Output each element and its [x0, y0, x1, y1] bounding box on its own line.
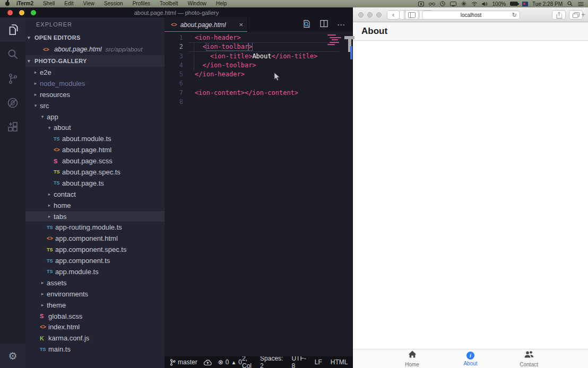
notification-center-icon[interactable]	[577, 1, 584, 7]
split-editor-icon[interactable]	[320, 20, 328, 30]
tree-item-main-ts[interactable]: TSmain.ts	[25, 344, 165, 355]
tree-item-about-page-scss[interactable]: Sabout.page.scss	[25, 155, 165, 167]
open-editor-item[interactable]: <> about.page.html src/app/about	[25, 43, 165, 55]
git-branch-indicator[interactable]: master	[170, 358, 197, 366]
tree-item-about-page-spec-ts[interactable]: TSabout.page.spec.ts	[25, 167, 165, 178]
menu-help[interactable]: Help	[211, 0, 232, 7]
close-icon[interactable]: ×	[239, 21, 243, 29]
open-preview-icon[interactable]	[302, 20, 311, 30]
tree-item-home[interactable]: ▸home	[25, 200, 165, 211]
tree-item-about-page-ts[interactable]: TSabout.page.ts	[25, 178, 165, 189]
project-section-header[interactable]: ▾ PHOTO-GALLERY	[25, 55, 165, 67]
share-icon[interactable]	[552, 10, 566, 20]
new-tab-button[interactable]: +	[580, 11, 587, 19]
tree-item-karma-conf-js[interactable]: Kkarma.conf.js	[25, 332, 165, 344]
settings-gear-icon[interactable]: ⚙	[0, 344, 25, 368]
spotlight-icon[interactable]	[567, 1, 573, 7]
extensions-icon[interactable]	[0, 115, 25, 139]
code-line-4[interactable]: 4 </ion-toolbar>	[165, 61, 353, 70]
source-control-icon[interactable]	[0, 66, 25, 91]
glasses-icon[interactable]	[429, 1, 435, 7]
tree-item-app-component-spec-ts[interactable]: TSapp.component.spec.ts	[25, 244, 165, 255]
tree-item-app-component-html[interactable]: <>app.component.html	[25, 233, 165, 244]
tab-home[interactable]: Home	[383, 349, 442, 368]
minimize-window-button[interactable]	[367, 12, 373, 17]
publish-cloud-icon[interactable]	[204, 359, 212, 366]
tree-item-about[interactable]: ▾about	[25, 122, 165, 133]
zoom-window-button[interactable]	[376, 12, 382, 17]
tree-item-theme[interactable]: ▸theme	[25, 300, 165, 311]
volume-icon[interactable]	[482, 1, 488, 7]
code-editor[interactable]: 1<ion-header>2 <ion-toolbar>3 <ion-title…	[165, 32, 353, 356]
tree-item-assets[interactable]: ▸assets	[25, 277, 165, 288]
open-editors-section[interactable]: ▾ OPEN EDITORS	[25, 32, 165, 43]
tree-item-src[interactable]: ▾src	[25, 100, 165, 111]
search-icon[interactable]	[0, 42, 25, 66]
screen-record-icon[interactable]	[418, 1, 425, 7]
chevron-right-icon: ▸	[33, 69, 38, 75]
menu-app-name[interactable]: iTerm2	[12, 0, 38, 7]
code-line-7[interactable]: 7<ion-content></ion-content>	[165, 89, 353, 98]
menu-view[interactable]: View	[79, 0, 100, 7]
tab-about-page-html[interactable]: <> about.page.html ×	[165, 17, 248, 32]
reload-icon[interactable]: ↻	[512, 12, 517, 19]
tree-item-app[interactable]: ▾app	[25, 111, 165, 122]
tree-item-about-module-ts[interactable]: TSabout.module.ts	[25, 133, 165, 144]
tree-item-global-scss[interactable]: Sglobal.scss	[25, 311, 165, 322]
language-mode[interactable]: HTML	[331, 358, 348, 366]
fan-icon[interactable]	[461, 1, 467, 7]
eol-setting[interactable]: LF	[315, 358, 322, 366]
wifi-icon[interactable]	[471, 1, 478, 7]
tree-item-e2e[interactable]: ▸e2e	[25, 67, 165, 78]
warning-icon: ▲	[231, 360, 236, 365]
vscode-titlebar[interactable]: about.page.html — photo-gallery	[0, 7, 353, 17]
sidebar-pane-icon[interactable]	[405, 10, 419, 20]
menubar-status-area: 100% Tue 2:28 PM	[418, 1, 588, 7]
display-icon[interactable]	[450, 1, 456, 7]
clock-status-icon[interactable]	[439, 1, 446, 7]
tree-item-app-component-ts[interactable]: TSapp.component.ts	[25, 255, 165, 266]
tree-item-app-module-ts[interactable]: TSapp.module.ts	[25, 266, 165, 277]
menu-session[interactable]: Session	[99, 0, 128, 7]
menu-window[interactable]: Window	[183, 0, 211, 7]
chevron-right-icon: ▸	[47, 191, 52, 197]
code-line-3[interactable]: 3 <ion-title>About</ion-title>	[165, 52, 353, 61]
battery-icon[interactable]	[510, 2, 518, 6]
encoding-setting[interactable]: UTF-8	[291, 355, 306, 368]
tree-item-tabs[interactable]: ▸tabs	[25, 211, 165, 222]
chevron-right-icon: ▸	[40, 302, 45, 308]
explorer-icon[interactable]	[0, 17, 25, 42]
tab-contact[interactable]: Contact	[500, 349, 558, 368]
tree-item-app-routing-module-ts[interactable]: TSapp-routing.module.ts	[25, 222, 165, 233]
tree-item-node-modules[interactable]: ▸node_modules	[25, 78, 165, 89]
code-line-5[interactable]: 5</ion-header>	[165, 70, 353, 79]
more-actions-icon[interactable]: ⋯	[337, 20, 345, 30]
tree-item-resources[interactable]: ▸resources	[25, 89, 165, 100]
code-line-8[interactable]: 8	[165, 98, 353, 107]
close-window-button[interactable]	[358, 12, 364, 17]
tree-item-about-page-html[interactable]: <>about.page.html	[25, 144, 165, 155]
menu-shell[interactable]: Shell	[38, 0, 59, 7]
menu-toolbelt[interactable]: Toolbelt	[155, 0, 183, 7]
problems-indicator[interactable]: ⊗ 0 ▲ 0	[218, 358, 242, 366]
address-bar[interactable]: localhost ↻	[422, 11, 520, 20]
code-line-1[interactable]: 1<ion-header>	[165, 33, 353, 42]
menubar-clock[interactable]: Tue 2:28 PM	[532, 1, 563, 7]
code-line-6[interactable]: 6	[165, 79, 353, 88]
input-source-flag-icon[interactable]	[522, 2, 528, 6]
menu-edit[interactable]: Edit	[59, 0, 78, 7]
indentation-setting[interactable]: Spaces: 2	[260, 355, 283, 368]
ts-file-icon: TS	[54, 180, 62, 186]
explorer-sidebar: EXPLORER ▾ OPEN EDITORS <> about.page.ht…	[25, 17, 165, 368]
minimap[interactable]	[327, 34, 345, 47]
apple-menu-icon[interactable]	[5, 2, 10, 6]
menu-profiles[interactable]: Profiles	[128, 0, 155, 7]
tab-about[interactable]: iAbout	[442, 349, 500, 368]
back-button[interactable]: ‹	[387, 10, 400, 20]
debug-icon[interactable]	[0, 91, 25, 115]
tree-item-environments[interactable]: ▸environments	[25, 288, 165, 300]
tree-item-index-html[interactable]: <>index.html	[25, 321, 165, 332]
tree-item-contact[interactable]: ▸contact	[25, 189, 165, 200]
tree-item-label: app	[47, 113, 58, 121]
code-text: <ion-title>About</ion-title>	[195, 52, 317, 61]
